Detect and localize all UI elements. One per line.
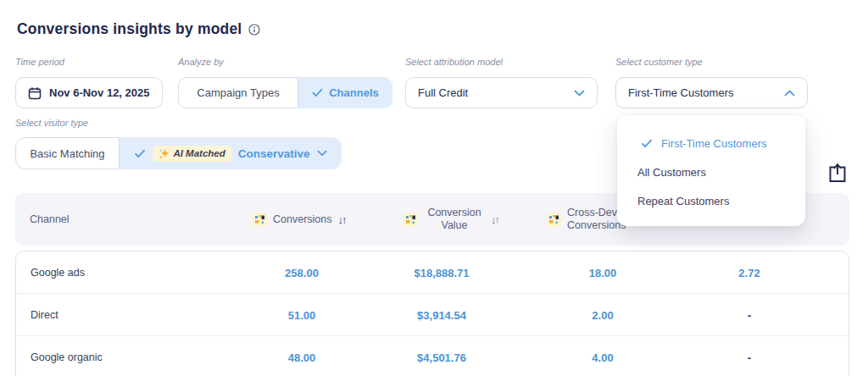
attribution-model-icon <box>547 213 561 227</box>
page-title: Conversions insights by model <box>17 20 260 38</box>
conversions-cell: 48.00 <box>220 336 384 376</box>
table-row[interactable]: Direct 51.00 $3,914.54 2.00 - <box>16 294 849 336</box>
sort-icon[interactable]: ↓↑ <box>491 213 498 226</box>
chevron-up-icon <box>784 90 795 97</box>
chevron-down-icon <box>574 90 585 97</box>
check-icon <box>134 149 146 158</box>
conversions-insights-panel: Conversions insights by model Time perio… <box>0 0 868 376</box>
cross-device-cell: 18.00 <box>525 252 681 294</box>
visitor-type-label: Select visitor type <box>15 118 88 128</box>
attribution-model-value: Full Credit <box>418 86 468 99</box>
campaign-types-label: Campaign Types <box>197 86 279 99</box>
table-body: Google ads 258.00 $18,888.71 18.00 2.72 … <box>15 251 849 376</box>
basic-matching-label: Basic Matching <box>30 147 104 160</box>
analyze-by-toggle: Campaign Types Channels <box>178 77 392 108</box>
page-title-text: Conversions insights by model <box>17 20 242 38</box>
attribution-model-select[interactable]: Full Credit <box>405 77 598 108</box>
info-icon[interactable] <box>248 24 260 36</box>
export-button[interactable] <box>826 162 849 185</box>
customer-type-select[interactable]: First-Time Customers <box>615 77 808 108</box>
conversions-cell: 258.00 <box>220 252 384 294</box>
attribution-model-label: Select attribution model <box>405 57 503 67</box>
channels-label: Channels <box>329 86 379 99</box>
table-row[interactable]: Google organic 48.00 $4,501.76 4.00 - <box>16 336 849 376</box>
column-header-conversions[interactable]: Conversions ↓↑ <box>253 193 345 246</box>
channel-cell: Direct <box>31 294 58 336</box>
ai-matched-label: AI Matched <box>173 148 225 158</box>
basic-matching-segment[interactable]: Basic Matching <box>15 137 120 169</box>
column-header-conversion-value[interactable]: Conversion Value ↓↑ <box>403 193 498 246</box>
date-range-value: Nov 6-Nov 12, 2025 <box>49 86 150 99</box>
metric-cell: - <box>671 336 827 376</box>
conversions-header-label: Conversions <box>273 213 331 226</box>
customer-type-value: First-Time Customers <box>628 86 733 99</box>
dropdown-item-all-customers[interactable]: All Customers <box>617 158 805 186</box>
sort-icon[interactable]: ↓↑ <box>337 213 345 226</box>
customer-type-label: Select customer type <box>615 57 703 67</box>
metric-cell: - <box>671 294 827 336</box>
check-icon <box>641 139 653 148</box>
customer-type-dropdown: First-Time Customers All Customers Repea… <box>617 115 805 226</box>
table-row[interactable]: Google ads 258.00 $18,888.71 18.00 2.72 <box>16 252 849 294</box>
dropdown-item-label: Repeat Customers <box>637 195 729 207</box>
conversions-cell: 51.00 <box>220 294 384 336</box>
visitor-type-toggle: Basic Matching AI Matched Conservative <box>15 137 342 169</box>
chevron-down-icon <box>317 150 327 157</box>
conversion-value-cell: $4,501.76 <box>364 336 520 376</box>
sparkle-icon <box>159 148 170 159</box>
metric-cell: 2.72 <box>671 252 827 294</box>
analyze-by-label: Analyze by <box>178 57 224 67</box>
ai-matched-badge: AI Matched <box>153 146 231 162</box>
conversion-value-cell: $3,914.54 <box>364 294 520 336</box>
attribution-model-icon <box>403 213 418 227</box>
conversion-value-header-label: Conversion Value <box>424 207 485 232</box>
conversion-value-cell: $18,888.71 <box>364 252 520 294</box>
calendar-icon <box>28 86 42 100</box>
column-header-channel[interactable]: Channel <box>30 193 70 246</box>
attribution-model-icon <box>253 213 267 227</box>
dropdown-item-repeat-customers[interactable]: Repeat Customers <box>617 186 805 215</box>
dropdown-item-first-time-customers[interactable]: First-Time Customers <box>617 129 805 158</box>
check-icon <box>312 88 323 97</box>
campaign-types-segment[interactable]: Campaign Types <box>178 77 298 108</box>
dropdown-item-label: All Customers <box>637 166 706 179</box>
ai-matched-segment[interactable]: AI Matched Conservative <box>120 137 342 169</box>
channel-cell: Google ads <box>31 252 85 294</box>
time-period-label: Time period <box>15 57 64 67</box>
date-range-picker[interactable]: Nov 6-Nov 12, 2025 <box>15 77 163 108</box>
export-icon <box>827 163 848 184</box>
cross-device-cell: 2.00 <box>525 294 681 336</box>
channel-cell: Google organic <box>31 336 103 376</box>
ai-matched-mode: Conservative <box>238 147 310 160</box>
cross-device-cell: 4.00 <box>525 336 681 376</box>
dropdown-item-label: First-Time Customers <box>661 137 766 150</box>
channels-segment[interactable]: Channels <box>298 77 392 108</box>
